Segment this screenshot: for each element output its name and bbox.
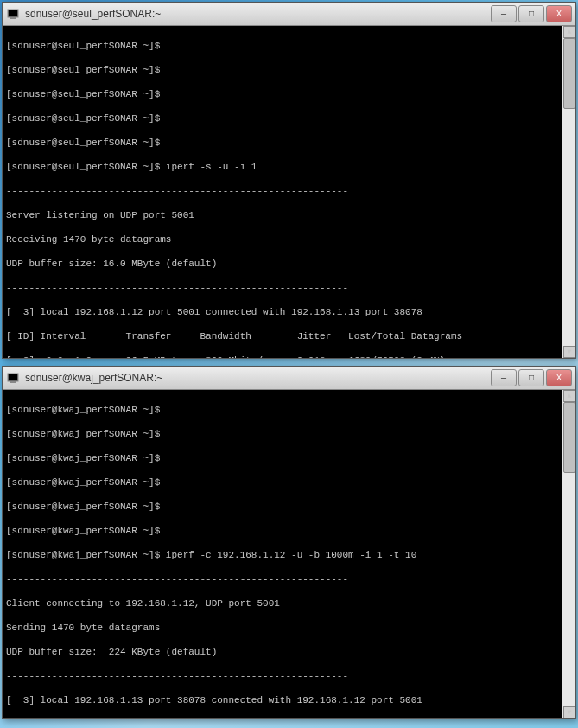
- prompt-line: [sdnuser@seul_perfSONAR ~]$: [6, 88, 556, 100]
- prompt-line: [sdnuser@seul_perfSONAR ~]$ iperf -s -u …: [6, 161, 556, 173]
- window-controls-1: — □ X: [489, 5, 572, 22]
- client-connect: Client connecting to 192.168.1.12, UDP p…: [6, 597, 556, 610]
- terminal-content-1: [sdnuser@seul_perfSONAR ~]$ [sdnuser@seu…: [6, 28, 572, 358]
- scroll-up-icon[interactable]: ▲: [563, 26, 575, 38]
- divider: ----------------------------------------…: [6, 670, 556, 682]
- close-button[interactable]: X: [546, 5, 572, 22]
- scroll-thumb[interactable]: [563, 38, 575, 109]
- window-title-2: sdnuser@kwaj_perfSONAR:~: [25, 372, 489, 384]
- recv-datagrams: Receiving 1470 byte datagrams: [6, 233, 556, 246]
- terminal-window-1: sdnuser@seul_perfSONAR:~ — □ X [sdnuser@…: [2, 2, 576, 359]
- prompt-line: [sdnuser@kwaj_perfSONAR ~]$: [6, 452, 556, 464]
- server-listen: Server listening on UDP port 5001: [6, 209, 556, 221]
- minimize-button[interactable]: —: [491, 369, 517, 386]
- scrollbar-1[interactable]: ▲ ▼: [562, 26, 575, 358]
- putty-icon: [6, 7, 20, 21]
- titlebar-2[interactable]: sdnuser@kwaj_perfSONAR:~ — □ X: [3, 367, 575, 390]
- svg-rect-5: [10, 381, 16, 383]
- window-controls-2: — □ X: [489, 369, 572, 386]
- svg-rect-2: [10, 17, 16, 19]
- terminal-content-2: [sdnuser@kwaj_perfSONAR ~]$ [sdnuser@kwa…: [6, 392, 572, 718]
- minimize-button[interactable]: —: [491, 5, 517, 22]
- prompt-line: [sdnuser@seul_perfSONAR ~]$: [6, 137, 556, 149]
- scroll-up-icon[interactable]: ▲: [563, 390, 575, 402]
- scroll-down-icon[interactable]: ▼: [563, 706, 575, 718]
- terminal-body-1[interactable]: [sdnuser@seul_perfSONAR ~]$ [sdnuser@seu…: [3, 26, 575, 358]
- prompt-line: [sdnuser@kwaj_perfSONAR ~]$: [6, 525, 556, 537]
- prompt-line: [sdnuser@seul_perfSONAR ~]$: [6, 112, 556, 125]
- close-button[interactable]: X: [546, 369, 572, 386]
- titlebar-1[interactable]: sdnuser@seul_perfSONAR:~ — □ X: [3, 3, 575, 26]
- divider: ----------------------------------------…: [6, 282, 556, 294]
- maximize-button[interactable]: □: [518, 5, 544, 22]
- scrollbar-2[interactable]: ▲ ▼: [562, 390, 575, 718]
- send-datagrams: Sending 1470 byte datagrams: [6, 622, 556, 634]
- svg-rect-4: [9, 374, 17, 380]
- prompt-line: [sdnuser@kwaj_perfSONAR ~]$: [6, 428, 556, 440]
- prompt-line: [sdnuser@kwaj_perfSONAR ~]$: [6, 476, 556, 489]
- prompt-line: [sdnuser@kwaj_perfSONAR ~]$: [6, 404, 556, 416]
- putty-icon: [6, 371, 20, 385]
- divider: ----------------------------------------…: [6, 185, 556, 197]
- terminal-window-2: sdnuser@kwaj_perfSONAR:~ — □ X [sdnuser@…: [2, 366, 576, 719]
- scroll-thumb[interactable]: [563, 402, 575, 473]
- window-title-1: sdnuser@seul_perfSONAR:~: [25, 8, 489, 20]
- connected-line: [ 3] local 192.168.1.13 port 38078 conne…: [6, 694, 556, 706]
- scroll-down-icon[interactable]: ▼: [563, 346, 575, 358]
- prompt-line: [sdnuser@seul_perfSONAR ~]$: [6, 64, 556, 76]
- prompt-line: [sdnuser@kwaj_perfSONAR ~]$: [6, 501, 556, 513]
- prompt-line: [sdnuser@seul_perfSONAR ~]$: [6, 40, 556, 52]
- terminal-body-2[interactable]: [sdnuser@kwaj_perfSONAR ~]$ [sdnuser@kwa…: [3, 390, 575, 718]
- svg-rect-1: [9, 10, 17, 16]
- prompt-line: [sdnuser@kwaj_perfSONAR ~]$ iperf -c 192…: [6, 549, 556, 561]
- udp-buffer: UDP buffer size: 224 KByte (default): [6, 646, 556, 658]
- connected-line: [ 3] local 192.168.1.12 port 5001 connec…: [6, 306, 556, 318]
- table-row: [ 3] 0.0- 1.0 sec 96.5 MBytes 809 Mbits/…: [6, 354, 556, 358]
- maximize-button[interactable]: □: [518, 369, 544, 386]
- udp-buffer: UDP buffer size: 16.0 MByte (default): [6, 258, 556, 270]
- divider: ----------------------------------------…: [6, 573, 556, 585]
- column-header: [ ID] Interval Transfer Bandwidth Jitter…: [6, 330, 556, 342]
